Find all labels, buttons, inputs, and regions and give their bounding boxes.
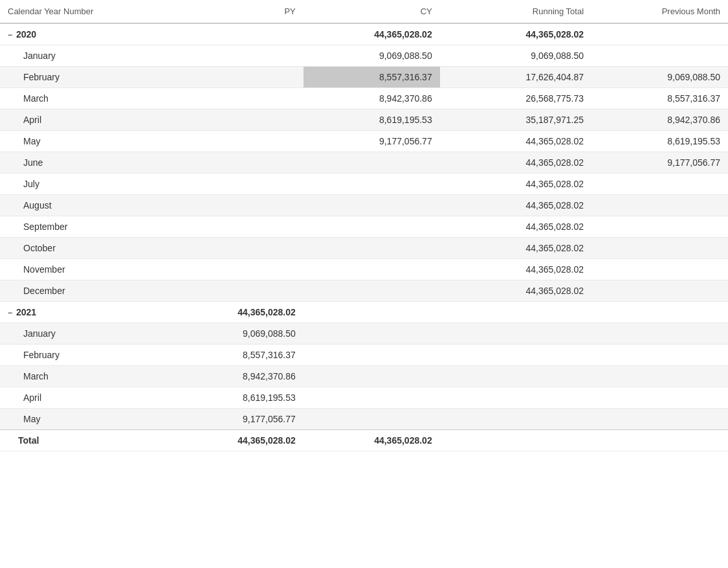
month-cy [303,387,440,409]
year-py [167,23,303,45]
month-label: May [0,409,167,430]
month-pm [591,216,728,238]
month-cy: 9,177,056.77 [303,131,440,152]
header-col-year: Calendar Year Number [0,0,167,23]
header-col-rt: Running Total [440,0,591,23]
collapse-icon[interactable]: − [8,308,12,317]
month-label: November [0,259,167,280]
month-pm: 9,177,056.77 [591,152,728,174]
month-rt [440,387,591,409]
month-rt [440,323,591,345]
month-cy: 8,942,370.86 [303,88,440,109]
month-label: June [0,152,167,174]
month-rt: 44,365,028.02 [440,216,591,238]
header-row: Calendar Year Number PY CY Running Total… [0,0,728,23]
month-pm: 9,069,088.50 [591,67,728,88]
year-row: −202144,365,028.02 [0,302,728,323]
table-row: May9,177,056.77 [0,409,728,430]
month-rt: 44,365,028.02 [440,195,591,216]
month-pm [591,45,728,67]
month-cy [303,238,440,259]
table-row: November44,365,028.02 [0,259,728,280]
month-cy [303,174,440,195]
month-pm: 8,557,316.37 [591,88,728,109]
month-rt: 17,626,404.87 [440,67,591,88]
month-py: 8,619,195.53 [167,387,303,409]
month-py [167,238,303,259]
table-row: September44,365,028.02 [0,216,728,238]
month-label: July [0,174,167,195]
table-row: April8,619,195.5335,187,971.258,942,370.… [0,109,728,131]
table-row: January9,069,088.509,069,088.50 [0,45,728,67]
table-row: June44,365,028.029,177,056.77 [0,152,728,174]
month-label: February [0,345,167,366]
month-cy: 8,557,316.37 [303,67,440,88]
month-pm [591,195,728,216]
table-row: March8,942,370.86 [0,366,728,387]
table-row: February8,557,316.3717,626,404.879,069,0… [0,67,728,88]
month-py [167,109,303,131]
month-label: May [0,131,167,152]
month-pm: 8,619,195.53 [591,131,728,152]
month-py [167,67,303,88]
year-row: −202044,365,028.0244,365,028.02 [0,23,728,45]
month-py [167,88,303,109]
month-rt: 44,365,028.02 [440,280,591,302]
total-cy: 44,365,028.02 [303,430,440,451]
main-container: Calendar Year Number PY CY Running Total… [0,0,728,568]
month-label: January [0,45,167,67]
month-pm [591,280,728,302]
data-table: Calendar Year Number PY CY Running Total… [0,0,728,451]
header-col-pm: Previous Month [591,0,728,23]
month-label: October [0,238,167,259]
year-py: 44,365,028.02 [167,302,303,323]
table-row: January9,069,088.50 [0,323,728,345]
month-rt: 26,568,775.73 [440,88,591,109]
month-rt [440,409,591,430]
month-pm [591,174,728,195]
month-cy: 9,069,088.50 [303,45,440,67]
total-pm [591,430,728,451]
month-rt: 35,187,971.25 [440,109,591,131]
year-cy: 44,365,028.02 [303,23,440,45]
month-cy [303,280,440,302]
table-row: April8,619,195.53 [0,387,728,409]
month-py [167,174,303,195]
month-rt [440,345,591,366]
year-cy [303,302,440,323]
month-rt: 44,365,028.02 [440,152,591,174]
month-py [167,152,303,174]
month-pm [591,409,728,430]
month-pm: 8,942,370.86 [591,109,728,131]
month-cy [303,195,440,216]
month-cy [303,216,440,238]
month-pm [591,259,728,280]
month-label: September [0,216,167,238]
month-py [167,216,303,238]
total-row: Total44,365,028.0244,365,028.02 [0,430,728,451]
month-label: April [0,387,167,409]
month-py [167,195,303,216]
month-py: 9,069,088.50 [167,323,303,345]
header-col-py: PY [167,0,303,23]
table-row: May9,177,056.7744,365,028.028,619,195.53 [0,131,728,152]
month-label: January [0,323,167,345]
month-py: 8,942,370.86 [167,366,303,387]
month-label: March [0,366,167,387]
month-label: February [0,67,167,88]
month-py [167,45,303,67]
month-pm [591,238,728,259]
month-cy [303,152,440,174]
month-cy [303,366,440,387]
year-rt [440,302,591,323]
header-col-cy: CY [303,0,440,23]
total-py: 44,365,028.02 [167,430,303,451]
year-pm [591,23,728,45]
month-pm [591,323,728,345]
collapse-icon[interactable]: − [8,30,12,40]
month-py [167,280,303,302]
table-row: August44,365,028.02 [0,195,728,216]
total-rt [440,430,591,451]
month-cy [303,345,440,366]
month-rt [440,366,591,387]
